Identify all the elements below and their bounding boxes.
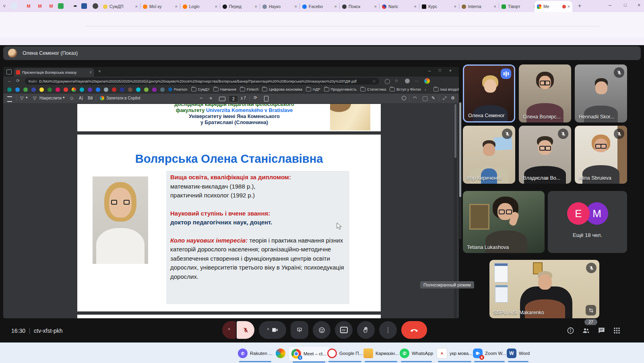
tab-moiku[interactable]: Мої ку (140, 1, 180, 12)
window-close-button[interactable] (638, 2, 640, 8)
tiles-scrollbar-thumb[interactable] (459, 102, 461, 197)
pdf-search-icon[interactable] (402, 96, 406, 100)
more-participants-tile[interactable]: E M Ещё 18 чел. (548, 191, 627, 253)
pinned-tab-globe-icon[interactable] (93, 3, 98, 9)
present-button[interactable] (291, 321, 308, 339)
tab-close-icon[interactable] (454, 4, 456, 9)
zoom-out-icon[interactable]: − (200, 95, 203, 101)
pinned-tab-pen-icon[interactable]: ✒ (70, 1, 80, 11)
favorite-item[interactable]: Продуктивність (324, 87, 357, 91)
favorite-icon[interactable] (80, 87, 84, 92)
browser-essentials-icon[interactable] (385, 79, 390, 84)
favorite-item[interactable]: Pearson (168, 87, 188, 91)
read-aloud-icon[interactable]: ◠ (413, 95, 417, 101)
favorite-icon[interactable] (96, 87, 100, 92)
tab-naric[interactable]: Naric (380, 1, 419, 12)
chevron-down-icon[interactable] (26, 95, 28, 100)
participant-tile[interactable]: Ігор Кириченко (463, 126, 515, 184)
shared-reload-icon[interactable] (16, 78, 20, 83)
favorite-icon[interactable] (136, 87, 140, 92)
participant-tile[interactable]: Alina Sbruieva (575, 126, 627, 184)
pinned-tab-docs-icon[interactable] (11, 3, 17, 9)
crop-video-button[interactable] (586, 305, 596, 315)
favorite-item[interactable]: СумДУ (191, 87, 210, 91)
shared-minimize-icon[interactable] (428, 68, 431, 73)
favorite-icon[interactable] (88, 87, 92, 92)
fit-page-icon[interactable] (219, 97, 225, 101)
favorite-item[interactable]: Навчання (213, 87, 236, 91)
pinned-tab-gmail2-icon[interactable]: M (35, 1, 45, 11)
pdf-scrollbar-thumb[interactable] (454, 104, 456, 158)
pdf-read-aloud-icon[interactable]: A) (79, 96, 83, 100)
zoom-in-icon[interactable]: + (209, 95, 213, 101)
tab-close-icon[interactable] (334, 4, 337, 9)
favorite-icon[interactable] (160, 87, 165, 92)
favorite-icon[interactable] (128, 87, 132, 92)
tab-close-icon[interactable] (374, 4, 377, 9)
pdf-draw-label[interactable]: Накреслити (39, 96, 62, 100)
slide1-link[interactable]: Univerzita Komenského v Bratislave (206, 108, 293, 113)
mic-options-chevron[interactable] (222, 321, 236, 339)
favorites-overflow-icon[interactable] (425, 87, 426, 92)
pdf-draw-icon[interactable]: ▽ (33, 95, 36, 101)
shared-active-tab[interactable]: Презентація Волярська показу (14, 68, 94, 77)
favorites-icon[interactable] (394, 78, 398, 83)
page-view-icon[interactable] (264, 96, 268, 102)
tab-meet-active[interactable]: Me (535, 1, 572, 12)
favorite-icon[interactable] (39, 87, 44, 92)
shared-address-bar[interactable]: Файл D:/Мої%20документи/Наукові%20крила%… (25, 78, 379, 85)
taskbar-app-word[interactable]: WWord (504, 346, 533, 361)
chevron-down-icon[interactable] (63, 95, 65, 100)
favorite-item[interactable]: Вступ у Фінтех (390, 87, 421, 91)
pinned-tab-calendar-icon[interactable] (81, 3, 87, 9)
favorite-icon[interactable] (152, 87, 157, 92)
pinned-tab-shop-icon[interactable] (58, 3, 64, 9)
save-icon[interactable] (423, 96, 427, 101)
mic-muted-button[interactable] (237, 321, 254, 339)
tab-internatura[interactable]: Interna (459, 1, 499, 12)
tab-close-icon[interactable] (255, 4, 257, 9)
participant-tile[interactable]: Tetiana Lukashova (463, 191, 545, 253)
tab-kurs[interactable]: Курс (419, 1, 459, 12)
pdf-eraser-icon[interactable]: ◇ (70, 95, 73, 101)
taskbar-app-chrome-meet[interactable]: SMeet – ct... (288, 346, 330, 361)
tab-poisk[interactable]: Поиск (340, 1, 379, 12)
participant-tile[interactable]: SSPU A.S. Makarenko (489, 260, 599, 318)
shared-profile-avatar[interactable] (405, 79, 410, 83)
other-favorites-button[interactable]: Інші вподобання (433, 87, 459, 91)
favorite-icon[interactable] (15, 87, 20, 92)
favorite-icon[interactable] (112, 87, 116, 92)
favorite-item[interactable]: Цифрова економіка (262, 87, 302, 91)
pdf-settings-icon[interactable] (451, 95, 455, 101)
taskbar-app-zoom[interactable]: 6Zoom W... (470, 346, 509, 361)
taskbar-app-pdf[interactable]: Aукр мова... (434, 346, 475, 361)
favorite-icon[interactable] (47, 87, 52, 92)
tab-nauko[interactable]: Науко (260, 1, 299, 12)
favorite-icon[interactable] (56, 87, 60, 92)
new-tab-button[interactable] (578, 2, 581, 9)
pdf-select-icon[interactable]: ▽ (20, 95, 23, 101)
workspaces-icon[interactable] (6, 69, 12, 75)
tab-close-icon[interactable] (414, 4, 417, 9)
taskbar-app-folder[interactable]: Кармазін... (361, 346, 401, 361)
taskbar-app-opera[interactable]: Google П... (324, 346, 365, 361)
window-minimize-button[interactable] (609, 2, 611, 8)
edit-icon[interactable]: ✎ (431, 95, 435, 101)
pdf-toc-icon[interactable] (7, 96, 12, 102)
tab-close-icon[interactable] (568, 4, 570, 9)
favorite-icon[interactable] (64, 87, 68, 92)
activities-grid-icon[interactable] (613, 327, 621, 334)
taskbar-app-whatsapp[interactable]: ✆WhatsApp (397, 346, 436, 361)
favorite-icon[interactable] (144, 87, 149, 92)
window-maximize-button[interactable] (624, 2, 627, 7)
shared-favorite-star-icon[interactable] (372, 79, 376, 83)
page-number-input[interactable]: 2 (229, 95, 238, 102)
taskbar-app-copilot[interactable] (273, 346, 288, 361)
tab-close-icon[interactable] (135, 4, 138, 9)
favorite-icon[interactable] (7, 87, 12, 92)
raise-hand-button[interactable] (357, 321, 375, 339)
shared-maximize-icon[interactable] (439, 68, 441, 73)
favorite-item[interactable]: Статистика (360, 87, 386, 91)
camera-options-chevron[interactable] (267, 327, 269, 333)
pinned-tab-gmail-icon[interactable]: M (23, 1, 34, 11)
